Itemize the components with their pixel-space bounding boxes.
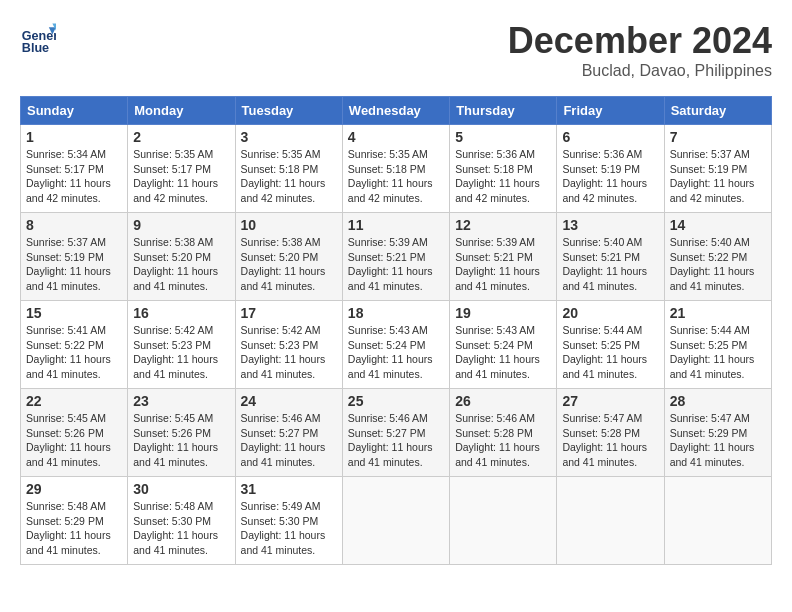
day-info: Sunrise: 5:35 AMSunset: 5:18 PMDaylight:… — [348, 148, 433, 204]
calendar-cell: 23Sunrise: 5:45 AMSunset: 5:26 PMDayligh… — [128, 389, 235, 477]
calendar-cell: 10Sunrise: 5:38 AMSunset: 5:20 PMDayligh… — [235, 213, 342, 301]
calendar-cell: 17Sunrise: 5:42 AMSunset: 5:23 PMDayligh… — [235, 301, 342, 389]
calendar-cell: 6Sunrise: 5:36 AMSunset: 5:19 PMDaylight… — [557, 125, 664, 213]
calendar-cell: 9Sunrise: 5:38 AMSunset: 5:20 PMDaylight… — [128, 213, 235, 301]
day-info: Sunrise: 5:36 AMSunset: 5:18 PMDaylight:… — [455, 148, 540, 204]
calendar-cell: 24Sunrise: 5:46 AMSunset: 5:27 PMDayligh… — [235, 389, 342, 477]
header-saturday: Saturday — [664, 97, 771, 125]
calendar-cell — [342, 477, 449, 565]
day-number: 15 — [26, 305, 122, 321]
day-number: 1 — [26, 129, 122, 145]
day-info: Sunrise: 5:35 AMSunset: 5:17 PMDaylight:… — [133, 148, 218, 204]
title-section: December 2024 Buclad, Davao, Philippines — [508, 20, 772, 80]
header: General Blue December 2024 Buclad, Davao… — [20, 20, 772, 80]
day-number: 4 — [348, 129, 444, 145]
day-number: 18 — [348, 305, 444, 321]
calendar-cell: 3Sunrise: 5:35 AMSunset: 5:18 PMDaylight… — [235, 125, 342, 213]
weekday-header-row: Sunday Monday Tuesday Wednesday Thursday… — [21, 97, 772, 125]
calendar-cell: 31Sunrise: 5:49 AMSunset: 5:30 PMDayligh… — [235, 477, 342, 565]
calendar-row: 22Sunrise: 5:45 AMSunset: 5:26 PMDayligh… — [21, 389, 772, 477]
day-number: 8 — [26, 217, 122, 233]
day-number: 19 — [455, 305, 551, 321]
day-info: Sunrise: 5:44 AMSunset: 5:25 PMDaylight:… — [670, 324, 755, 380]
day-number: 31 — [241, 481, 337, 497]
day-number: 26 — [455, 393, 551, 409]
day-info: Sunrise: 5:47 AMSunset: 5:28 PMDaylight:… — [562, 412, 647, 468]
calendar-cell — [450, 477, 557, 565]
calendar-cell: 7Sunrise: 5:37 AMSunset: 5:19 PMDaylight… — [664, 125, 771, 213]
day-number: 12 — [455, 217, 551, 233]
day-number: 5 — [455, 129, 551, 145]
calendar-cell: 29Sunrise: 5:48 AMSunset: 5:29 PMDayligh… — [21, 477, 128, 565]
day-number: 23 — [133, 393, 229, 409]
month-title: December 2024 — [508, 20, 772, 62]
day-number: 7 — [670, 129, 766, 145]
day-info: Sunrise: 5:46 AMSunset: 5:28 PMDaylight:… — [455, 412, 540, 468]
day-number: 17 — [241, 305, 337, 321]
calendar-cell: 2Sunrise: 5:35 AMSunset: 5:17 PMDaylight… — [128, 125, 235, 213]
location-title: Buclad, Davao, Philippines — [508, 62, 772, 80]
day-info: Sunrise: 5:49 AMSunset: 5:30 PMDaylight:… — [241, 500, 326, 556]
day-number: 14 — [670, 217, 766, 233]
calendar-cell: 21Sunrise: 5:44 AMSunset: 5:25 PMDayligh… — [664, 301, 771, 389]
day-info: Sunrise: 5:42 AMSunset: 5:23 PMDaylight:… — [241, 324, 326, 380]
calendar-cell: 13Sunrise: 5:40 AMSunset: 5:21 PMDayligh… — [557, 213, 664, 301]
calendar-cell: 14Sunrise: 5:40 AMSunset: 5:22 PMDayligh… — [664, 213, 771, 301]
header-friday: Friday — [557, 97, 664, 125]
day-number: 9 — [133, 217, 229, 233]
day-info: Sunrise: 5:40 AMSunset: 5:21 PMDaylight:… — [562, 236, 647, 292]
calendar-cell: 15Sunrise: 5:41 AMSunset: 5:22 PMDayligh… — [21, 301, 128, 389]
calendar-row: 15Sunrise: 5:41 AMSunset: 5:22 PMDayligh… — [21, 301, 772, 389]
calendar-cell: 25Sunrise: 5:46 AMSunset: 5:27 PMDayligh… — [342, 389, 449, 477]
day-info: Sunrise: 5:37 AMSunset: 5:19 PMDaylight:… — [670, 148, 755, 204]
day-info: Sunrise: 5:39 AMSunset: 5:21 PMDaylight:… — [348, 236, 433, 292]
calendar-cell: 8Sunrise: 5:37 AMSunset: 5:19 PMDaylight… — [21, 213, 128, 301]
calendar-cell: 11Sunrise: 5:39 AMSunset: 5:21 PMDayligh… — [342, 213, 449, 301]
day-info: Sunrise: 5:34 AMSunset: 5:17 PMDaylight:… — [26, 148, 111, 204]
day-number: 13 — [562, 217, 658, 233]
day-info: Sunrise: 5:48 AMSunset: 5:30 PMDaylight:… — [133, 500, 218, 556]
day-info: Sunrise: 5:44 AMSunset: 5:25 PMDaylight:… — [562, 324, 647, 380]
calendar-cell: 16Sunrise: 5:42 AMSunset: 5:23 PMDayligh… — [128, 301, 235, 389]
logo-icon: General Blue — [20, 20, 56, 56]
calendar-cell: 5Sunrise: 5:36 AMSunset: 5:18 PMDaylight… — [450, 125, 557, 213]
calendar-row: 1Sunrise: 5:34 AMSunset: 5:17 PMDaylight… — [21, 125, 772, 213]
calendar-cell: 12Sunrise: 5:39 AMSunset: 5:21 PMDayligh… — [450, 213, 557, 301]
calendar-table: Sunday Monday Tuesday Wednesday Thursday… — [20, 96, 772, 565]
day-number: 29 — [26, 481, 122, 497]
day-number: 11 — [348, 217, 444, 233]
day-number: 16 — [133, 305, 229, 321]
day-number: 20 — [562, 305, 658, 321]
day-info: Sunrise: 5:39 AMSunset: 5:21 PMDaylight:… — [455, 236, 540, 292]
day-number: 24 — [241, 393, 337, 409]
day-info: Sunrise: 5:35 AMSunset: 5:18 PMDaylight:… — [241, 148, 326, 204]
calendar-row: 29Sunrise: 5:48 AMSunset: 5:29 PMDayligh… — [21, 477, 772, 565]
header-thursday: Thursday — [450, 97, 557, 125]
header-sunday: Sunday — [21, 97, 128, 125]
calendar-cell — [557, 477, 664, 565]
calendar-cell: 26Sunrise: 5:46 AMSunset: 5:28 PMDayligh… — [450, 389, 557, 477]
day-info: Sunrise: 5:46 AMSunset: 5:27 PMDaylight:… — [241, 412, 326, 468]
day-info: Sunrise: 5:48 AMSunset: 5:29 PMDaylight:… — [26, 500, 111, 556]
calendar-cell: 30Sunrise: 5:48 AMSunset: 5:30 PMDayligh… — [128, 477, 235, 565]
calendar-cell: 27Sunrise: 5:47 AMSunset: 5:28 PMDayligh… — [557, 389, 664, 477]
day-number: 6 — [562, 129, 658, 145]
day-info: Sunrise: 5:45 AMSunset: 5:26 PMDaylight:… — [133, 412, 218, 468]
day-number: 27 — [562, 393, 658, 409]
calendar-cell: 18Sunrise: 5:43 AMSunset: 5:24 PMDayligh… — [342, 301, 449, 389]
day-number: 28 — [670, 393, 766, 409]
day-info: Sunrise: 5:43 AMSunset: 5:24 PMDaylight:… — [455, 324, 540, 380]
calendar-row: 8Sunrise: 5:37 AMSunset: 5:19 PMDaylight… — [21, 213, 772, 301]
calendar-cell: 28Sunrise: 5:47 AMSunset: 5:29 PMDayligh… — [664, 389, 771, 477]
logo: General Blue — [20, 20, 56, 56]
svg-text:Blue: Blue — [22, 41, 49, 55]
day-info: Sunrise: 5:41 AMSunset: 5:22 PMDaylight:… — [26, 324, 111, 380]
day-info: Sunrise: 5:40 AMSunset: 5:22 PMDaylight:… — [670, 236, 755, 292]
calendar-cell: 20Sunrise: 5:44 AMSunset: 5:25 PMDayligh… — [557, 301, 664, 389]
header-tuesday: Tuesday — [235, 97, 342, 125]
calendar-cell: 1Sunrise: 5:34 AMSunset: 5:17 PMDaylight… — [21, 125, 128, 213]
day-number: 10 — [241, 217, 337, 233]
day-info: Sunrise: 5:38 AMSunset: 5:20 PMDaylight:… — [133, 236, 218, 292]
day-info: Sunrise: 5:45 AMSunset: 5:26 PMDaylight:… — [26, 412, 111, 468]
day-number: 25 — [348, 393, 444, 409]
